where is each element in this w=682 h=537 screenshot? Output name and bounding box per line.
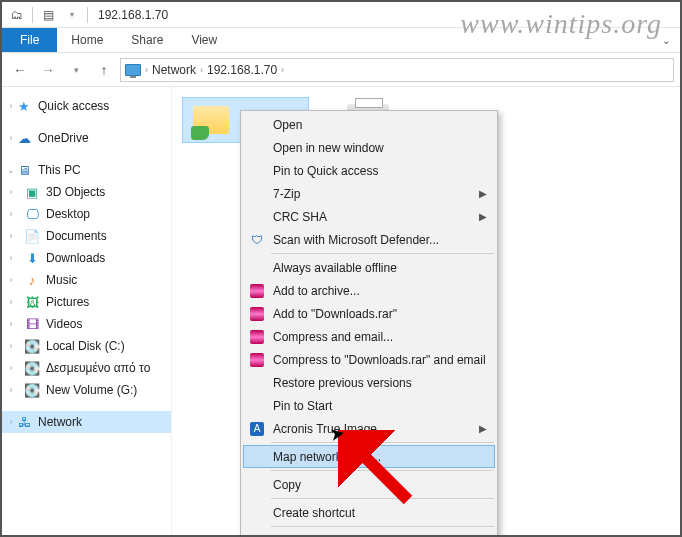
sidebar-label: Videos <box>46 317 82 331</box>
ctx-separator <box>271 526 494 527</box>
videos-icon: 🎞 <box>24 316 40 332</box>
qat-separator <box>32 7 33 23</box>
ctx-7zip[interactable]: 7-Zip▶ <box>243 182 495 205</box>
back-button[interactable]: ← <box>8 58 32 82</box>
disk-icon: 💽 <box>24 360 40 376</box>
sidebar-label: Downloads <box>46 251 105 265</box>
sidebar-label: Pictures <box>46 295 89 309</box>
ctx-always-offline[interactable]: Always available offline <box>243 256 495 279</box>
sidebar-this-pc[interactable]: ⌄ 🖥 This PC <box>2 159 171 181</box>
qat-separator <box>87 7 88 23</box>
ctx-map-network-drive[interactable]: Map network drive... <box>243 445 495 468</box>
ctx-compress-email[interactable]: Compress and email... <box>243 325 495 348</box>
ctx-properties[interactable]: Properties <box>243 529 495 537</box>
sidebar-local-disk-c[interactable]: ›💽Local Disk (C:) <box>2 335 171 357</box>
sidebar-label: Δεσμευμένο από το <box>46 361 150 375</box>
cloud-icon: ☁ <box>16 130 32 146</box>
tab-view[interactable]: View <box>177 28 231 52</box>
window-title: 192.168.1.70 <box>98 8 168 22</box>
up-button[interactable]: ↑ <box>92 58 116 82</box>
breadcrumb-network[interactable]: Network <box>152 63 196 77</box>
ctx-separator <box>271 470 494 471</box>
chevron-right-icon: › <box>145 65 148 75</box>
sidebar-desktop[interactable]: ›🖵Desktop <box>2 203 171 225</box>
sidebar-music[interactable]: ›♪Music <box>2 269 171 291</box>
music-icon: ♪ <box>24 272 40 288</box>
downloads-icon: ⬇ <box>24 250 40 266</box>
ctx-acronis[interactable]: AAcronis True Image▶ <box>243 417 495 440</box>
ctx-compress-rar-email[interactable]: Compress to "Downloads.rar" and email <box>243 348 495 371</box>
qat-properties-icon[interactable]: ▤ <box>37 4 59 26</box>
winrar-icon <box>249 352 265 368</box>
sidebar-label: Local Disk (C:) <box>46 339 125 353</box>
tab-share[interactable]: Share <box>117 28 177 52</box>
sidebar-label: Documents <box>46 229 107 243</box>
ctx-open[interactable]: Open <box>243 113 495 136</box>
forward-button: → <box>36 58 60 82</box>
star-icon: ★ <box>16 98 32 114</box>
collapse-icon[interactable]: ⌄ <box>6 165 16 175</box>
ctx-separator <box>271 442 494 443</box>
sidebar-onedrive[interactable]: › ☁ OneDrive <box>2 127 171 149</box>
expand-icon[interactable]: › <box>6 101 16 111</box>
expand-icon[interactable]: › <box>6 133 16 143</box>
disk-icon: 💽 <box>24 382 40 398</box>
ribbon-expand-icon[interactable]: ⌄ <box>652 28 680 52</box>
tab-home[interactable]: Home <box>57 28 117 52</box>
shared-folder-icon <box>191 102 233 138</box>
ctx-copy[interactable]: Copy <box>243 473 495 496</box>
expand-icon[interactable]: › <box>6 417 16 427</box>
ctx-separator <box>271 253 494 254</box>
ctx-separator <box>271 498 494 499</box>
ctx-add-downloads-rar[interactable]: Add to "Downloads.rar" <box>243 302 495 325</box>
address-bar[interactable]: › Network › 192.168.1.70 › <box>120 58 674 82</box>
ctx-open-new-window[interactable]: Open in new window <box>243 136 495 159</box>
sidebar-label: This PC <box>38 163 81 177</box>
tab-file[interactable]: File <box>2 28 57 52</box>
shield-icon: 🛡 <box>249 232 265 248</box>
sidebar-downloads[interactable]: ›⬇Downloads <box>2 247 171 269</box>
sidebar-label: OneDrive <box>38 131 89 145</box>
chevron-right-icon: › <box>200 65 203 75</box>
submenu-arrow-icon: ▶ <box>479 188 487 199</box>
sidebar-pictures[interactable]: ›🖼Pictures <box>2 291 171 313</box>
sidebar-3d-objects[interactable]: ›▣3D Objects <box>2 181 171 203</box>
sidebar-videos[interactable]: ›🎞Videos <box>2 313 171 335</box>
sidebar-label: 3D Objects <box>46 185 105 199</box>
sidebar-label: Desktop <box>46 207 90 221</box>
pc-icon: 🖥 <box>16 162 32 178</box>
navigation-pane: › ★ Quick access › ☁ OneDrive ⌄ 🖥 This P… <box>2 87 172 535</box>
winrar-icon <box>249 329 265 345</box>
documents-icon: 📄 <box>24 228 40 244</box>
ctx-crc-sha[interactable]: CRC SHA▶ <box>243 205 495 228</box>
title-bar: 🗂 ▤ ▾ 192.168.1.70 <box>2 2 680 28</box>
sidebar-label: Music <box>46 273 77 287</box>
qat-dropdown-icon[interactable]: ▾ <box>61 4 83 26</box>
ctx-scan-defender[interactable]: 🛡Scan with Microsoft Defender... <box>243 228 495 251</box>
winrar-icon <box>249 283 265 299</box>
network-location-icon <box>125 64 141 76</box>
ribbon-tabs: File Home Share View ⌄ <box>2 28 680 53</box>
ctx-create-shortcut[interactable]: Create shortcut <box>243 501 495 524</box>
submenu-arrow-icon: ▶ <box>479 211 487 222</box>
breadcrumb-host[interactable]: 192.168.1.70 <box>207 63 277 77</box>
pictures-icon: 🖼 <box>24 294 40 310</box>
sidebar-reserved[interactable]: ›💽Δεσμευμένο από το <box>2 357 171 379</box>
ctx-add-archive[interactable]: Add to archive... <box>243 279 495 302</box>
ctx-pin-quick-access[interactable]: Pin to Quick access <box>243 159 495 182</box>
sidebar-documents[interactable]: ›📄Documents <box>2 225 171 247</box>
acronis-icon: A <box>249 421 265 437</box>
ctx-restore-versions[interactable]: Restore previous versions <box>243 371 495 394</box>
sidebar-quick-access[interactable]: › ★ Quick access <box>2 95 171 117</box>
sidebar-new-volume-g[interactable]: ›💽New Volume (G:) <box>2 379 171 401</box>
sidebar-label: New Volume (G:) <box>46 383 137 397</box>
ctx-pin-start[interactable]: Pin to Start <box>243 394 495 417</box>
chevron-right-icon: › <box>281 65 284 75</box>
navigation-bar: ← → ▾ ↑ › Network › 192.168.1.70 › <box>2 53 680 87</box>
sidebar-network[interactable]: › 🖧 Network <box>2 411 171 433</box>
recent-dropdown-icon[interactable]: ▾ <box>64 58 88 82</box>
context-menu: Open Open in new window Pin to Quick acc… <box>240 110 498 537</box>
sidebar-label: Network <box>38 415 82 429</box>
3d-objects-icon: ▣ <box>24 184 40 200</box>
disk-icon: 💽 <box>24 338 40 354</box>
